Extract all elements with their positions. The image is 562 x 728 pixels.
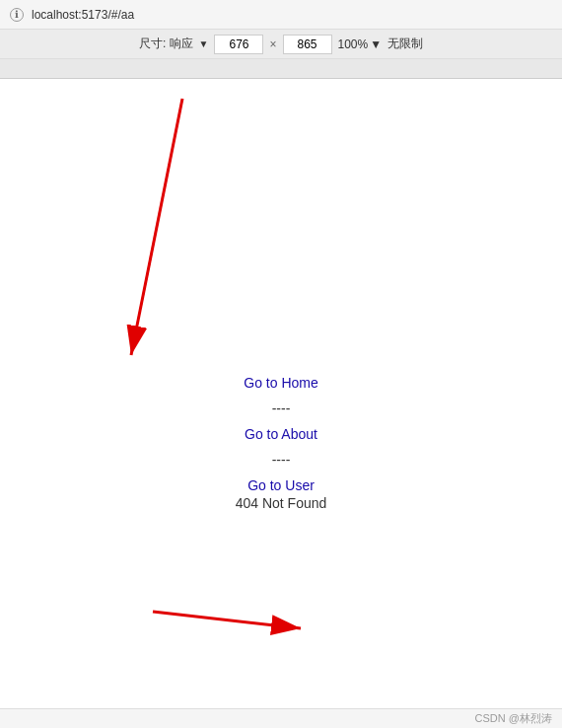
go-to-home-link[interactable]: Go to Home	[244, 375, 317, 391]
dev-toolbar: 尺寸: 响应 ▼ × 100% ▼ 无限制	[0, 30, 562, 59]
width-input[interactable]	[214, 35, 263, 54]
browser-viewport: Go to Home ---- Go to About ---- Go to U…	[0, 79, 562, 708]
size-label: 尺寸: 响应	[139, 36, 193, 52]
unlimited-label: 无限制	[387, 36, 423, 52]
security-icon: ℹ	[10, 8, 24, 22]
bottom-bar: CSDN @林烈涛	[0, 708, 562, 728]
browser-chrome: ℹ localhost:5173/#/aa	[0, 0, 562, 30]
page-content: Go to Home ---- Go to About ---- Go to U…	[0, 79, 562, 708]
dimension-separator: ×	[269, 37, 276, 51]
error-message: 404 Not Found	[236, 495, 327, 511]
height-input[interactable]	[283, 35, 332, 54]
address-bar[interactable]: localhost:5173/#/aa	[32, 8, 134, 22]
separator-1: ----	[272, 400, 291, 416]
size-dropdown-arrow[interactable]: ▼	[199, 38, 209, 49]
go-to-user-link[interactable]: Go to User	[247, 477, 315, 493]
tab-bar	[0, 59, 562, 79]
zoom-dropdown-arrow[interactable]: ▼	[370, 37, 382, 51]
watermark: CSDN @林烈涛	[475, 711, 552, 726]
go-to-about-link[interactable]: Go to About	[245, 426, 317, 442]
zoom-label: 100% ▼	[338, 37, 383, 51]
separator-2: ----	[272, 452, 291, 468]
